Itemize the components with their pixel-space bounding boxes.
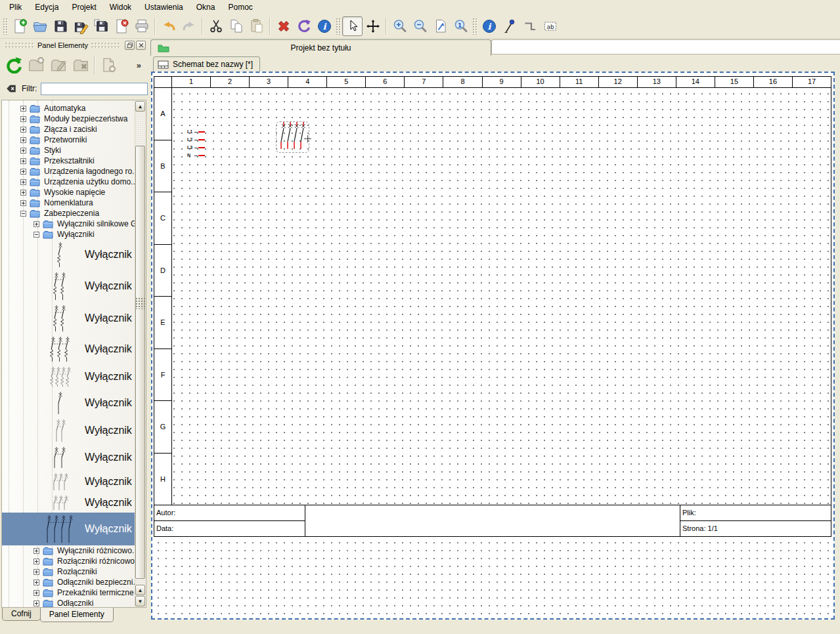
save-as-button[interactable]	[70, 16, 91, 36]
new-category-button[interactable]	[25, 54, 47, 75]
paste-button[interactable]	[246, 16, 267, 36]
tree-expand-toggle[interactable]	[33, 580, 39, 585]
menu-edycja[interactable]: Edycja	[28, 1, 65, 14]
tree-element-row[interactable]: Wyłącznik	[2, 389, 135, 417]
tree-expand-toggle[interactable]	[33, 548, 39, 554]
tree-element-row[interactable]: Wyłącznik	[2, 513, 135, 545]
tree-element-row[interactable]: Wyłącznik	[2, 417, 135, 444]
tree-folder-row[interactable]: Automatyka	[2, 103, 135, 114]
tree-expand-toggle[interactable]	[20, 106, 26, 112]
tree-folder-row[interactable]: Zabezpieczenia	[2, 208, 135, 219]
tree-expand-toggle[interactable]	[33, 569, 39, 575]
tree-element-row[interactable]: Wyłącznik	[2, 444, 135, 471]
tree-expand-toggle[interactable]	[20, 116, 26, 122]
reload-collections-button[interactable]	[3, 54, 25, 75]
tree-element-row[interactable]: Wyłącznik	[2, 240, 135, 270]
menu-projekt[interactable]: Projekt	[65, 1, 102, 14]
tree-element-row[interactable]: Wyłącznik	[2, 270, 135, 303]
elements-tree[interactable]: AutomatykaModuły bezpieczeństwaZłącza i …	[1, 100, 146, 608]
tree-folder-row[interactable]: Złącza i zaciski	[2, 124, 135, 135]
tree-folder-row[interactable]: Moduły bezpieczeństwa	[2, 114, 135, 124]
tree-element-row[interactable]: Wyłącznik	[2, 303, 135, 334]
filter-clear-icon[interactable]	[4, 83, 18, 95]
menu-widok[interactable]: Widok	[103, 1, 138, 14]
tree-folder-row[interactable]: Odłączniki	[2, 598, 135, 608]
toolbar-handle[interactable]	[3, 18, 8, 35]
menu-pomoc[interactable]: Pomoc	[221, 1, 259, 14]
tree-expand-toggle[interactable]	[33, 601, 39, 606]
menu-plik[interactable]: Plik	[3, 1, 28, 14]
diagram-information-button[interactable]: i	[479, 16, 499, 36]
diagram-tab[interactable]: Schemat bez nazwy [*]	[153, 56, 260, 72]
tree-expand-toggle[interactable]	[20, 169, 26, 175]
zoom-out-button[interactable]	[410, 16, 430, 36]
panel-tab-panelelementy[interactable]: Panel Elementy	[40, 608, 114, 622]
tree-expand-toggle[interactable]	[33, 559, 39, 564]
tree-expand-toggle[interactable]	[20, 127, 26, 133]
tree-expand-toggle[interactable]	[20, 200, 26, 206]
rotate-selection-button[interactable]	[294, 16, 314, 36]
scroll-thumb[interactable]	[135, 146, 145, 579]
menu-ustawienia[interactable]: Ustawienia	[138, 1, 190, 14]
tree-expand-toggle[interactable]	[20, 179, 26, 185]
tree-folder-row[interactable]: Przekaźniki termiczne	[2, 587, 135, 598]
schematic-canvas[interactable]: 1234567891011121314151617 ABCDEFGH Autor…	[151, 72, 835, 620]
tree-folder-row[interactable]: Nomenklatura	[2, 198, 135, 208]
redo-button[interactable]	[179, 16, 199, 36]
panel-close-button[interactable]	[136, 41, 146, 50]
select-mode-button[interactable]	[342, 16, 363, 36]
zoom-original-button[interactable]: 1	[451, 16, 471, 36]
tree-folder-row[interactable]: Styki	[2, 145, 135, 156]
open-file-button[interactable]	[30, 16, 50, 36]
scroll-up-button-2[interactable]: ▲	[135, 585, 145, 595]
close-document-button[interactable]	[111, 16, 131, 36]
tree-element-row[interactable]: Wyłącznik	[2, 493, 135, 513]
tree-folder-row[interactable]: Urządzenia użytku domo...	[2, 177, 135, 187]
save-all-button[interactable]	[91, 16, 111, 36]
toolbar-handle[interactable]	[336, 18, 341, 35]
tree-folder-row[interactable]: Rozłączniki różnicowo...	[2, 556, 135, 566]
zoom-fit-button[interactable]	[430, 16, 451, 36]
tree-scrollbar[interactable]: ▲ ▲ ▼	[135, 101, 145, 606]
tree-expand-toggle[interactable]	[33, 590, 39, 596]
tree-folder-row[interactable]: Wyłączniki różnicowo...	[2, 545, 135, 556]
delete-selection-button[interactable]	[273, 16, 294, 36]
tree-folder-row[interactable]: Wyłączniki silnikowe GV	[2, 219, 135, 229]
new-element-button[interactable]	[97, 54, 120, 75]
tree-folder-row[interactable]: Rozłączniki	[2, 566, 135, 577]
undo-button[interactable]	[158, 16, 179, 36]
tree-expand-toggle[interactable]	[20, 211, 26, 217]
edit-category-button[interactable]	[47, 54, 70, 75]
cut-button[interactable]	[206, 16, 226, 36]
add-corner-button[interactable]	[519, 16, 540, 36]
more-buttons-chevron[interactable]: »	[137, 60, 141, 70]
tree-element-row[interactable]: Wyłącznik	[2, 364, 135, 389]
zoom-in-button[interactable]	[389, 16, 410, 36]
tree-expand-toggle[interactable]	[20, 158, 26, 164]
copy-button[interactable]	[226, 16, 246, 36]
tree-folder-row[interactable]: Urządzenia łagodnego ro...	[2, 166, 135, 177]
tree-folder-row[interactable]: Wysokie napięcie	[2, 187, 135, 198]
delete-category-button[interactable]	[70, 54, 92, 75]
tree-expand-toggle[interactable]	[33, 232, 39, 238]
panel-titlebar[interactable]: Panel Elementy	[0, 39, 148, 51]
save-button[interactable]	[50, 16, 70, 36]
tree-folder-row[interactable]: Odłączniki bezpieczni...	[2, 577, 135, 587]
panel-tab-cofnij[interactable]: Cofnij	[2, 608, 41, 621]
tree-element-row[interactable]: Wyłącznik	[2, 471, 135, 493]
add-text-field-button[interactable]: ab	[540, 16, 560, 36]
add-conductor-button[interactable]	[499, 16, 519, 36]
toolbar-handle[interactable]	[472, 18, 477, 35]
menu-okna[interactable]: Okna	[190, 1, 222, 14]
scroll-up-button[interactable]: ▲	[135, 101, 145, 112]
tree-element-row[interactable]: Wyłącznik	[2, 334, 135, 364]
tree-folder-row[interactable]: Przekształtniki	[2, 156, 135, 166]
tree-folder-row[interactable]: Wyłączniki	[2, 229, 135, 240]
new-document-button[interactable]	[9, 16, 30, 36]
print-button[interactable]	[131, 16, 152, 36]
element-information-button[interactable]: i	[314, 16, 334, 36]
tree-expand-toggle[interactable]	[20, 190, 26, 196]
scroll-down-button[interactable]: ▼	[135, 596, 145, 606]
panel-float-button[interactable]	[125, 41, 135, 50]
splitter-handle[interactable]	[135, 297, 145, 309]
